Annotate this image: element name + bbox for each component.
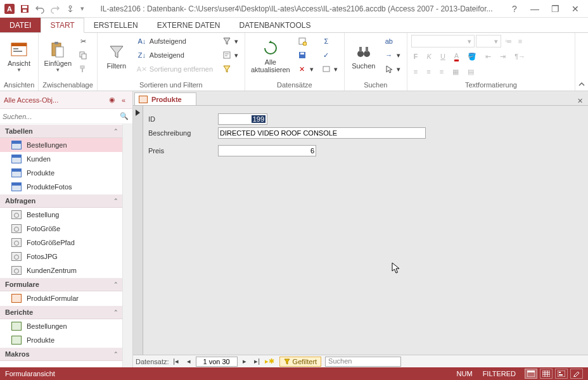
suchen-button[interactable]: Suchen: [348, 34, 379, 76]
nav-menu-button[interactable]: ◉: [107, 95, 117, 105]
font-size-select[interactable]: ▾: [476, 35, 501, 48]
close-button[interactable]: ✕: [568, 3, 583, 15]
indent-left-button[interactable]: ⇤: [483, 49, 494, 63]
nav-item-bestellungen-report[interactable]: Bestellungen: [0, 319, 122, 333]
close-tab-button[interactable]: ✕: [572, 97, 588, 105]
format-painter-button[interactable]: [75, 62, 91, 76]
tab-erstellen[interactable]: ERSTELLEN: [84, 18, 148, 32]
alle-aktualisieren-button[interactable]: Alle aktualisieren: [249, 34, 292, 76]
einfuegen-button[interactable]: Einfügen ▼: [42, 34, 73, 76]
save-icon[interactable]: [18, 2, 32, 16]
search-icon[interactable]: 🔍: [120, 112, 130, 120]
ansicht-button[interactable]: Ansicht ▼: [4, 34, 34, 76]
tab-externe-daten[interactable]: EXTERNE DATEN: [148, 18, 230, 32]
filtern-button[interactable]: Filtern: [101, 34, 132, 76]
new-record-nav-button[interactable]: ▸✱: [264, 357, 276, 367]
nav-item-produkte[interactable]: Produkte: [0, 166, 122, 180]
nav-scrollbar[interactable]: [122, 124, 132, 367]
aufsteigend-button[interactable]: A↓Aufsteigend: [134, 34, 217, 48]
fill-color-button[interactable]: 🪣: [465, 49, 479, 63]
underline-button[interactable]: U: [438, 49, 448, 63]
touch-mode-icon[interactable]: [63, 2, 77, 16]
design-view-button[interactable]: [570, 369, 583, 379]
nav-section-makros[interactable]: Makros⌃: [0, 347, 122, 361]
nav-search-input[interactable]: [3, 113, 120, 120]
qat-customize-icon[interactable]: ▾: [79, 2, 86, 16]
layout-view-button[interactable]: [555, 369, 568, 379]
nav-item-fotogroesse-query[interactable]: FotoGröße: [0, 222, 122, 236]
goto-button[interactable]: →▾: [381, 48, 403, 62]
italic-button[interactable]: K: [425, 49, 434, 63]
app-icon[interactable]: A: [3, 2, 16, 16]
new-record-button[interactable]: [295, 34, 316, 48]
nav-section-abfragen[interactable]: Abfragen⌃: [0, 194, 122, 208]
restore-button[interactable]: ❐: [547, 3, 563, 15]
first-record-button[interactable]: |◂: [170, 357, 182, 367]
copy-button[interactable]: [75, 48, 91, 62]
tab-datenbanktools[interactable]: DATENBANKTOOLS: [230, 18, 321, 32]
field-id[interactable]: 199: [218, 113, 267, 125]
nav-section-tabellen[interactable]: Tabellen⌃: [0, 124, 122, 138]
redo-icon[interactable]: [48, 2, 62, 16]
align-left-button[interactable]: ≡: [411, 65, 420, 79]
align-right-button[interactable]: ≡: [437, 65, 446, 79]
nav-item-produktformular[interactable]: ProduktFormular: [0, 291, 122, 305]
undo-icon[interactable]: [33, 2, 47, 16]
align-center-button[interactable]: ≡: [424, 65, 433, 79]
indent-right-button[interactable]: ⇥: [497, 49, 508, 63]
nav-item-bestellungen[interactable]: Bestellungen: [0, 138, 122, 152]
nav-item-fotosjpg-query[interactable]: FotosJPG: [0, 250, 122, 263]
replace-button[interactable]: ab: [381, 34, 403, 48]
recnav-search[interactable]: Suchen: [325, 357, 401, 367]
nav-item-fotogroessepfad-query[interactable]: FotoGrößePfad: [0, 236, 122, 250]
delete-record-button[interactable]: ✕▾: [295, 62, 316, 76]
field-beschreibung[interactable]: DIRECTED VIDEO ROOF CONSOLE: [218, 127, 426, 139]
tab-datei[interactable]: DATEI: [0, 18, 41, 32]
tab-start[interactable]: START: [41, 18, 84, 33]
font-family-select[interactable]: ▾: [411, 35, 475, 48]
absteigend-button[interactable]: Z↓Absteigend: [134, 48, 217, 62]
record-position[interactable]: 1 von 30: [196, 357, 238, 367]
selection-filter-button[interactable]: ▾: [219, 34, 241, 48]
numbering-button[interactable]: ≡: [516, 34, 525, 48]
nav-item-bestellung-query[interactable]: Bestellung: [0, 208, 122, 222]
sort-entfernen-button[interactable]: A⨯Sortierung entfernen: [134, 62, 217, 76]
ltr-button[interactable]: ¶→: [512, 49, 528, 63]
more-records-button[interactable]: ▾: [319, 62, 340, 76]
alt-row-color-button[interactable]: ▤: [465, 65, 476, 79]
last-record-button[interactable]: ▸|: [252, 357, 263, 367]
datasheet-view-button[interactable]: [540, 369, 553, 379]
spelling-button[interactable]: ✓: [319, 48, 340, 62]
nav-item-kundenzentrum-query[interactable]: KundenZentrum: [0, 263, 122, 277]
cut-button[interactable]: ✂: [75, 34, 91, 48]
nav-item-produkte-report[interactable]: Produkte: [0, 333, 122, 347]
help-button[interactable]: ?: [507, 3, 522, 15]
field-preis[interactable]: 6: [218, 145, 316, 156]
advanced-filter-button[interactable]: ▾: [219, 48, 241, 62]
filter-indicator[interactable]: Gefiltert: [279, 357, 322, 367]
nav-item-kunden[interactable]: Kunden: [0, 152, 122, 166]
nav-section-formulare[interactable]: Formulare⌃: [0, 277, 122, 291]
collapse-ribbon-button[interactable]: [575, 33, 588, 91]
nav-item-produktefotos[interactable]: ProdukteFotos: [0, 180, 122, 194]
bold-button[interactable]: F: [411, 49, 421, 63]
minimize-button[interactable]: —: [527, 3, 542, 15]
doc-tab-produkte[interactable]: Produkte: [134, 92, 196, 105]
status-view-label: Formularansicht: [5, 370, 447, 377]
totals-button[interactable]: Σ: [319, 34, 340, 48]
nav-header-title[interactable]: Alle Access-Obj...: [4, 96, 106, 104]
svg-rect-14: [82, 54, 86, 59]
gridlines-button[interactable]: ▦: [450, 65, 461, 79]
delete-icon: ✕: [297, 64, 307, 74]
font-color-button[interactable]: A: [452, 49, 461, 63]
nav-collapse-button[interactable]: «: [118, 95, 129, 105]
select-button[interactable]: ▾: [381, 62, 403, 76]
prev-record-button[interactable]: ◂: [183, 357, 195, 367]
toggle-filter-button[interactable]: [219, 62, 241, 76]
nav-section-berichte[interactable]: Berichte⌃: [0, 305, 122, 319]
form-view-button[interactable]: [525, 369, 537, 379]
save-record-button[interactable]: [295, 48, 316, 62]
record-selector[interactable]: [133, 106, 143, 355]
next-record-button[interactable]: ▸: [239, 357, 250, 367]
bullets-button[interactable]: ≔: [502, 34, 514, 48]
